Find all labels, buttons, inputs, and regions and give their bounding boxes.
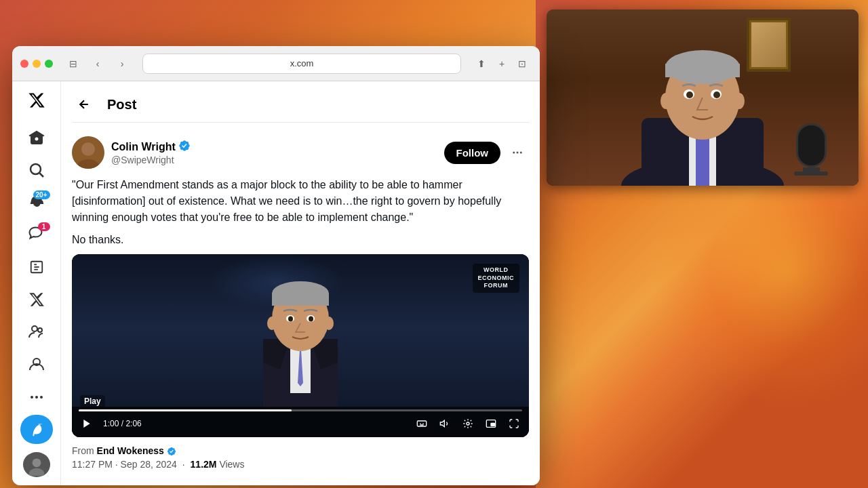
svg-point-9 — [686, 92, 693, 98]
svg-point-51 — [467, 422, 469, 425]
browser-sidebar-toggle[interactable]: ⊟ — [64, 54, 83, 73]
tweet-metadata: 11:27 PM · Sep 28, 2024 · 11.2M Views — [72, 459, 529, 470]
svg-point-22 — [31, 396, 33, 399]
tweet-actions-right: Follow — [444, 141, 530, 164]
svg-point-44 — [288, 317, 293, 322]
video-player[interactable]: WORLD ECONOMIC FORUM Play — [72, 254, 529, 437]
x-logo[interactable] — [24, 89, 49, 112]
tweet-author-row: Colin Wright @SwipeWright Follow — [72, 136, 529, 169]
play-overlay-label: Play — [80, 395, 105, 407]
tweet-quote-text: "Our First Amendment stands as a major b… — [72, 177, 529, 226]
sidebar-item-home[interactable] — [20, 123, 53, 152]
browser-menu[interactable]: ⊡ — [513, 54, 532, 73]
tweet-comment-text: No thanks. — [72, 234, 529, 246]
svg-point-20 — [38, 328, 42, 332]
svg-rect-49 — [417, 421, 426, 426]
sidebar-item-compose2[interactable] — [20, 252, 53, 282]
svg-point-13 — [31, 164, 41, 174]
person-svg — [608, 30, 797, 186]
video-controls-row: 1:00 / 2:06 — [79, 415, 522, 432]
svg-point-32 — [517, 152, 519, 154]
svg-point-23 — [35, 396, 38, 399]
more-options-button[interactable] — [506, 141, 529, 164]
volume-button[interactable] — [437, 415, 453, 432]
page-title: Post — [107, 97, 136, 113]
user-avatar-sidebar[interactable] — [23, 452, 50, 477]
tweet-author-info: Colin Wright @SwipeWright — [72, 136, 191, 169]
video-person-svg — [226, 274, 375, 410]
svg-point-29 — [81, 142, 95, 156]
svg-marker-48 — [83, 420, 90, 428]
author-handle: @SwipeWright — [111, 155, 191, 165]
source-verified-icon — [167, 445, 176, 456]
svg-point-46 — [267, 317, 277, 330]
play-pause-button[interactable] — [79, 415, 95, 432]
post-header: Post — [72, 81, 529, 123]
from-source-name[interactable]: End Wokeness — [97, 445, 164, 456]
verified-icon — [178, 140, 191, 155]
desktop-right-panel — [536, 0, 868, 488]
sidebar-item-explore[interactable] — [20, 155, 53, 185]
follow-button[interactable]: Follow — [444, 142, 501, 164]
sidebar-item-messages[interactable]: 1 — [20, 220, 53, 249]
svg-rect-41 — [272, 293, 329, 306]
video-progress-fill — [79, 409, 292, 411]
share-button[interactable]: ⬆ — [472, 54, 491, 73]
minimize-button[interactable] — [33, 60, 41, 68]
tweet-views-label: Views — [219, 459, 244, 470]
svg-line-14 — [39, 173, 43, 177]
sidebar-item-more[interactable] — [20, 382, 53, 412]
svg-point-31 — [513, 152, 515, 154]
browser-back[interactable]: ‹ — [88, 54, 107, 73]
svg-point-11 — [660, 93, 671, 109]
microphone — [794, 123, 828, 176]
svg-point-19 — [32, 326, 37, 331]
url-text: x.com — [290, 58, 314, 68]
tweet-card: Colin Wright @SwipeWright Follow — [72, 128, 529, 483]
maximize-button[interactable] — [45, 60, 53, 68]
tweet-views-count[interactable]: 11.2M — [191, 459, 217, 470]
close-button[interactable] — [20, 60, 28, 68]
browser-forward[interactable]: › — [113, 54, 132, 73]
video-controls: 1:00 / 2:06 — [72, 407, 529, 437]
compose-post-button[interactable] — [20, 415, 53, 445]
svg-marker-50 — [440, 420, 444, 426]
back-button[interactable] — [72, 92, 96, 117]
sidebar-item-communities[interactable] — [20, 317, 53, 347]
sidebar: 20+ 1 — [12, 81, 61, 485]
new-tab-button[interactable]: + — [492, 54, 511, 73]
tweet-timestamp[interactable]: 11:27 PM · Sep 28, 2024 — [72, 459, 177, 470]
author-name[interactable]: Colin Wright — [111, 141, 176, 153]
video-settings-button[interactable] — [460, 415, 476, 432]
svg-point-10 — [713, 92, 720, 98]
captions-button[interactable] — [414, 415, 430, 432]
notifications-badge: 20+ — [33, 190, 50, 199]
author-text-info: Colin Wright @SwipeWright — [111, 140, 191, 165]
sidebar-item-profile[interactable] — [20, 350, 53, 380]
video-timestamp: 1:00 / 2:06 — [103, 419, 142, 428]
from-row: From End Wokeness — [72, 445, 529, 456]
svg-point-12 — [734, 93, 745, 109]
messages-badge: 1 — [38, 222, 50, 231]
browser-content: 20+ 1 — [12, 81, 540, 485]
sidebar-item-notifications[interactable]: 20+ — [20, 188, 53, 218]
address-bar[interactable]: x.com — [142, 54, 461, 74]
browser-window: ⊟ ‹ › x.com ⬆ + ⊡ — [12, 46, 540, 485]
video-controls-right — [414, 415, 522, 432]
video-progress-bar[interactable] — [79, 409, 522, 411]
svg-point-26 — [32, 458, 41, 467]
main-content-area: Post — [61, 81, 540, 485]
svg-rect-53 — [491, 423, 494, 426]
svg-point-33 — [520, 152, 522, 154]
pip-button[interactable] — [483, 415, 499, 432]
sidebar-item-premium[interactable] — [20, 285, 53, 314]
svg-rect-6 — [665, 64, 740, 77]
svg-point-24 — [40, 396, 43, 399]
from-label: From — [72, 445, 94, 456]
browser-actions: ⬆ + ⊡ — [472, 54, 532, 73]
fullscreen-button[interactable] — [506, 415, 522, 432]
svg-point-45 — [309, 317, 313, 322]
author-avatar[interactable] — [72, 136, 104, 169]
webcam-video — [547, 9, 859, 186]
webcam-frame — [547, 9, 859, 186]
